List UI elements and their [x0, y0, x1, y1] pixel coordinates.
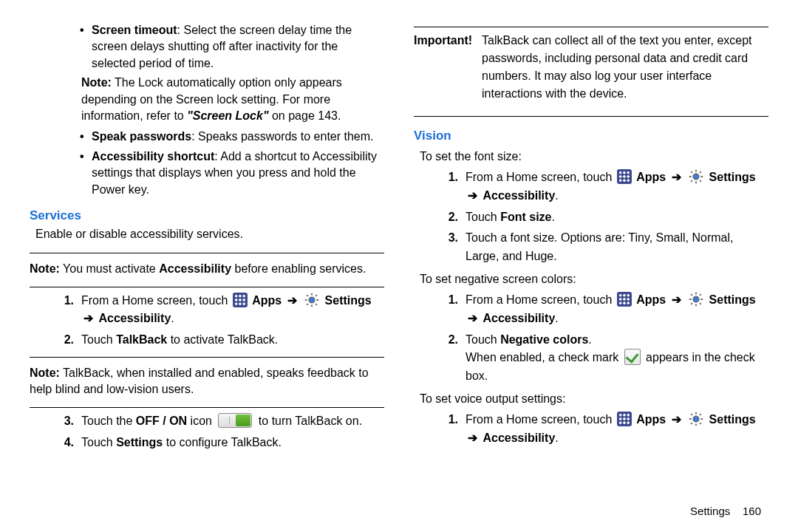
- steps-fontsize: 1. From a Home screen, touch Apps ➔ Sett…: [414, 168, 768, 269]
- step-text: From a Home screen, touch: [466, 413, 615, 426]
- step-bold: Settings: [116, 436, 163, 449]
- settings-label: Settings: [325, 294, 372, 307]
- fontsize-intro: To set the font size:: [414, 148, 768, 166]
- step-tail: .: [588, 333, 591, 346]
- apps-label: Apps: [636, 293, 666, 306]
- step-1: 1. From a Home screen, touch Apps ➔ Sett…: [30, 292, 384, 329]
- step-tail: to activate TalkBack.: [167, 333, 278, 346]
- gear-icon: [688, 168, 704, 185]
- bullet-icon: •: [80, 22, 87, 72]
- step-3: 3. Touch the OFF / ON icon to turn TalkB…: [30, 412, 384, 431]
- apps-icon: [233, 293, 248, 307]
- page: • Screen timeout: Select the screen dela…: [0, 0, 798, 532]
- accessibility-label: Accessibility: [482, 312, 555, 324]
- steps-negative: 1. From a Home screen, touch Apps ➔ Sett…: [414, 291, 768, 389]
- right-column: Important! TalkBack can collect all of t…: [414, 22, 768, 517]
- bullet-label: Screen timeout: [92, 24, 177, 36]
- note-bold: Accessibility: [159, 262, 231, 275]
- divider: [30, 357, 384, 358]
- arrow-icon: ➔: [83, 312, 93, 324]
- step-mid: icon: [187, 415, 215, 427]
- note-prefix: Note:: [81, 76, 112, 89]
- bullet-icon: •: [80, 129, 87, 145]
- gear-icon: [688, 291, 704, 307]
- arrow-icon: ➔: [468, 312, 477, 324]
- step-tail: .: [551, 211, 554, 223]
- note-link[interactable]: "Screen Lock": [187, 109, 268, 122]
- settings-label: Settings: [709, 171, 756, 183]
- footer-label: Settings: [690, 505, 730, 517]
- note-text: You must activate: [60, 262, 159, 275]
- arrow-icon: ➔: [672, 171, 681, 183]
- bullet-label: Speak passwords: [92, 130, 191, 143]
- services-sub: Enable or disable accessibility services…: [30, 226, 384, 242]
- apps-icon: [617, 412, 632, 426]
- step-tail: to turn TalkBack on.: [255, 415, 362, 427]
- arrow-icon: ➔: [672, 413, 681, 426]
- note-label: Note:: [30, 366, 60, 379]
- step-text: From a Home screen, touch: [466, 171, 615, 183]
- voice-intro: To set voice output settings:: [414, 390, 768, 408]
- step-text: Touch a font size. Options are: Tiny, Sm…: [466, 229, 768, 266]
- apps-label: Apps: [636, 171, 666, 183]
- vision-heading: Vision: [414, 129, 768, 143]
- step-bold: TalkBack: [116, 333, 167, 346]
- settings-label: Settings: [709, 293, 756, 306]
- note-tail: before enabling services.: [231, 262, 366, 275]
- note-accessibility: Note: You must activate Accessibility be…: [30, 261, 384, 277]
- step-text: Touch: [81, 333, 116, 346]
- accessibility-label: Accessibility: [482, 432, 555, 444]
- note-label: Note:: [30, 262, 60, 275]
- divider: [30, 287, 384, 287]
- divider: [414, 27, 768, 27]
- step-1: 1. From a Home screen, touch Apps ➔ Sett…: [414, 411, 768, 448]
- steps-services-cont: 3. Touch the OFF / ON icon to turn TalkB…: [30, 412, 384, 455]
- gear-icon: [688, 411, 704, 427]
- divider: [414, 116, 768, 117]
- note-text: TalkBack, when installed and enabled, sp…: [30, 366, 369, 395]
- accessibility-label: Accessibility: [98, 312, 171, 324]
- divider: [30, 407, 384, 408]
- toggle-icon: [218, 413, 252, 428]
- step-2: 2. Touch Negative colors. When enabled, …: [414, 331, 768, 386]
- apps-label: Apps: [252, 294, 282, 307]
- step-text: From a Home screen, touch: [466, 293, 615, 306]
- apps-icon: [617, 292, 632, 307]
- step-3: 3. Touch a font size. Options are: Tiny,…: [414, 229, 768, 266]
- footer-page: 160: [743, 505, 761, 517]
- step-bold: Font size: [500, 211, 551, 223]
- bullet-screen-timeout: • Screen timeout: Select the screen dela…: [30, 22, 384, 72]
- gear-icon: [304, 292, 320, 308]
- note-talkback: Note: TalkBack, when installed and enabl…: [30, 365, 384, 398]
- step-text: From a Home screen, touch: [81, 294, 231, 307]
- bullet-list-2: • Speak passwords: Speaks passwords to e…: [30, 129, 384, 201]
- step-bold: OFF / ON: [136, 415, 187, 427]
- important-note: Important! TalkBack can collect all of t…: [414, 32, 768, 103]
- left-column: • Screen timeout: Select the screen dela…: [30, 22, 384, 517]
- page-footer: Settings 160: [414, 494, 768, 517]
- bullet-accessibility-shortcut: • Accessibility shortcut: Add a shortcut…: [30, 149, 384, 198]
- negative-intro: To set negative screen colors:: [414, 270, 768, 288]
- arrow-icon: ➔: [672, 293, 681, 306]
- step-4: 4. Touch Settings to configure TalkBack.: [30, 434, 384, 452]
- apps-icon: [617, 169, 632, 184]
- steps-services: 1. From a Home screen, touch Apps ➔ Sett…: [30, 292, 384, 352]
- arrow-icon: ➔: [287, 294, 297, 307]
- services-heading: Services: [30, 208, 384, 223]
- step-tail: to configure TalkBack.: [163, 436, 282, 449]
- bullet-text: : Speaks passwords to enter them.: [191, 130, 373, 143]
- note-tail: on page 143.: [269, 109, 341, 122]
- checked-pre: When enabled, a check mark: [466, 351, 622, 364]
- apps-label: Apps: [636, 413, 666, 426]
- arrow-icon: ➔: [468, 189, 477, 202]
- bullet-label: Accessibility shortcut: [92, 150, 214, 163]
- bullet-icon: •: [80, 149, 87, 198]
- steps-voice: 1. From a Home screen, touch Apps ➔ Sett…: [414, 411, 768, 451]
- step-2: 2. Touch Font size.: [414, 208, 768, 227]
- step-bold: Negative colors: [500, 333, 588, 346]
- note-lock: Note: The Lock automatically option only…: [30, 75, 384, 124]
- step-text: Touch the: [81, 415, 136, 427]
- arrow-icon: ➔: [468, 432, 477, 444]
- step-text: Touch: [466, 333, 500, 346]
- step-text: Touch: [466, 211, 500, 223]
